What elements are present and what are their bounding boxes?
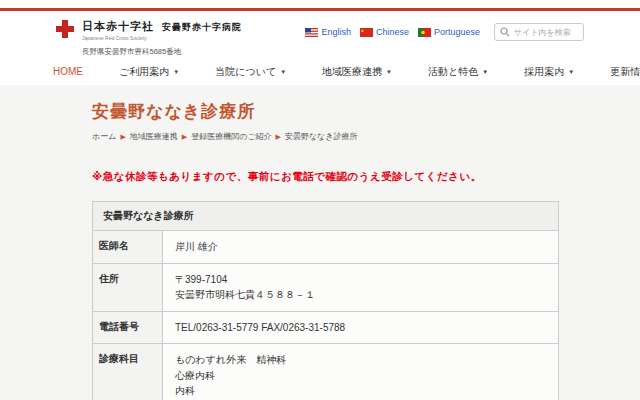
- clinic-info-table: 安曇野ななき診療所 医師名 岸川 雄介 住所 〒399-7104 安曇野市明科七…: [92, 201, 559, 400]
- table-row: 住所 〒399-7104 安曇野市明科七貴４５８８－１: [93, 263, 559, 311]
- nav-item-news[interactable]: 更新情報: [610, 65, 640, 79]
- urgent-notice: ※急な休診等もありますので、事前にお電話で確認のうえ受診してください。: [92, 170, 640, 184]
- search-icon: [500, 27, 510, 37]
- hospital-address: 長野県安曇野市豊科5685番地: [82, 47, 242, 57]
- breadcrumb-separator-icon: ▶: [276, 133, 281, 141]
- header-utilities: English Chinese Portuguese: [305, 23, 584, 41]
- table-row: 安曇野ななき診療所: [93, 202, 559, 231]
- table-row: 電話番号 TEL/0263-31-5779 FAX/0263-31-5788: [93, 311, 559, 344]
- clinic-table-header: 安曇野ななき診療所: [93, 202, 559, 231]
- breadcrumb-registered-institutions[interactable]: 登録医療機関のご紹介: [191, 131, 271, 142]
- language-link-label: Portuguese: [434, 27, 480, 37]
- org-subtitle: Japanese Red Cross Society: [82, 35, 242, 41]
- breadcrumb-separator-icon: ▶: [182, 133, 187, 141]
- language-link-portuguese[interactable]: Portuguese: [418, 27, 480, 37]
- page-title: 安曇野ななき診療所: [92, 100, 640, 123]
- nav-item-guide[interactable]: ご利用案内▼: [119, 65, 179, 79]
- nav-item-home[interactable]: HOME: [53, 66, 83, 77]
- chevron-down-icon: ▼: [568, 69, 574, 75]
- chevron-down-icon: ▼: [482, 69, 488, 75]
- row-value-departments: ものわすれ外来 精神科 心療内科 内科: [163, 344, 559, 400]
- main-navigation: HOME ご利用案内▼ 当院について▼ 地域医療連携▼ 活動と特色▼ 採用案内▼…: [0, 58, 640, 85]
- chevron-down-icon: ▼: [386, 69, 392, 75]
- row-value-address: 〒399-7104 安曇野市明科七貴４５８８－１: [163, 263, 559, 311]
- breadcrumb-home[interactable]: ホーム: [92, 131, 116, 142]
- row-value-doctor: 岸川 雄介: [163, 231, 559, 264]
- site-logo[interactable]: 日本赤十字社 安曇野赤十字病院 Japanese Red Cross Socie…: [55, 19, 242, 57]
- language-switcher: English Chinese Portuguese: [305, 27, 480, 37]
- breadcrumb-current: 安曇野ななき診療所: [285, 131, 358, 142]
- us-flag-icon: [305, 28, 318, 37]
- row-label-address: 住所: [93, 263, 163, 311]
- nav-item-regional-medical[interactable]: 地域医療連携▼: [322, 65, 392, 79]
- row-label-phone: 電話番号: [93, 311, 163, 344]
- red-cross-icon: [55, 19, 75, 39]
- main-content: 安曇野ななき診療所 ホーム ▶ 地域医療連携 ▶ 登録医療機関のご紹介 ▶ 安曇…: [0, 85, 640, 400]
- language-link-english[interactable]: English: [305, 27, 351, 37]
- row-label-departments: 診療科目: [93, 344, 163, 400]
- breadcrumb-separator-icon: ▶: [120, 133, 125, 141]
- org-name: 日本赤十字社: [82, 19, 154, 34]
- breadcrumb-regional-medical[interactable]: 地域医療連携: [130, 131, 178, 142]
- table-row: 医師名 岸川 雄介: [93, 231, 559, 264]
- portugal-flag-icon: [418, 28, 431, 37]
- nav-item-recruit[interactable]: 採用案内▼: [524, 65, 574, 79]
- search-input[interactable]: [514, 28, 578, 37]
- hospital-name: 安曇野赤十字病院: [162, 21, 242, 34]
- site-search: [494, 23, 584, 41]
- language-link-label: Chinese: [376, 27, 409, 37]
- site-header: 日本赤十字社 安曇野赤十字病院 Japanese Red Cross Socie…: [0, 11, 640, 58]
- language-link-chinese[interactable]: Chinese: [360, 27, 409, 37]
- nav-item-about[interactable]: 当院について▼: [215, 65, 286, 79]
- breadcrumb: ホーム ▶ 地域医療連携 ▶ 登録医療機関のご紹介 ▶ 安曇野ななき診療所: [92, 131, 640, 142]
- language-link-label: English: [321, 27, 351, 37]
- chevron-down-icon: ▼: [280, 69, 286, 75]
- chevron-down-icon: ▼: [173, 69, 179, 75]
- nav-item-activities[interactable]: 活動と特色▼: [428, 65, 488, 79]
- china-flag-icon: [360, 28, 373, 37]
- table-row: 診療科目 ものわすれ外来 精神科 心療内科 内科: [93, 344, 559, 400]
- top-margin: [0, 0, 640, 8]
- row-label-doctor: 医師名: [93, 231, 163, 264]
- row-value-phone: TEL/0263-31-5779 FAX/0263-31-5788: [163, 311, 559, 344]
